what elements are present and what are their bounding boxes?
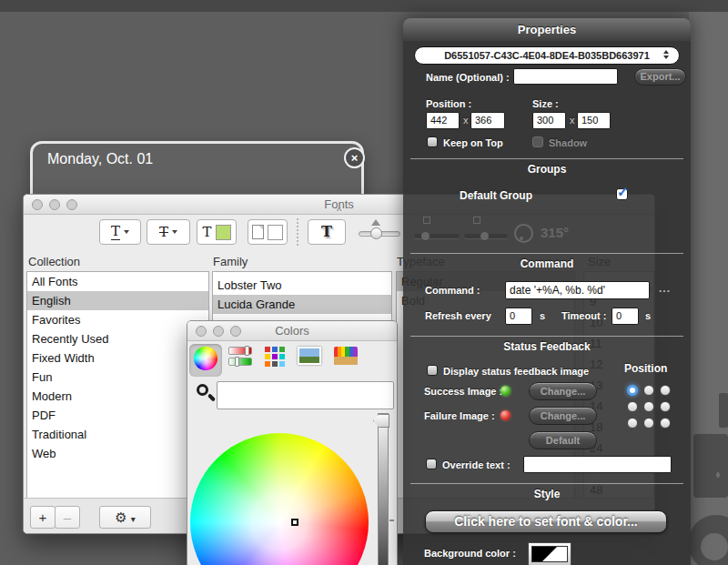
color-wheel-selector[interactable]	[291, 519, 298, 526]
collection-item[interactable]: English	[27, 291, 208, 310]
position-radio[interactable]	[627, 418, 638, 429]
name-label: Name (Optional) :	[426, 72, 510, 83]
slider-knob	[245, 346, 249, 356]
collection-item[interactable]: Favorites	[27, 310, 208, 329]
keep-on-top-checkbox[interactable]	[427, 136, 438, 147]
position-radio[interactable]	[643, 418, 654, 429]
failure-change-button[interactable]: Change...	[529, 407, 597, 425]
default-button[interactable]: Default	[529, 431, 597, 449]
search-icon	[197, 384, 208, 396]
text-color-button[interactable]: T	[197, 219, 237, 245]
geeklet-uuid-dropdown[interactable]: D6551057-C43C-4E04-8DE4-B035BD663971	[414, 46, 680, 65]
uuid-value: D6551057-C43C-4E04-8DE4-B035BD663971	[444, 50, 650, 61]
strikethrough-button[interactable]: T	[147, 219, 190, 245]
dial-indicator	[520, 237, 523, 240]
remove-collection-button[interactable]: –	[55, 506, 80, 529]
close-icon[interactable]: ×	[344, 147, 365, 168]
column-header-family[interactable]: Family	[213, 255, 248, 268]
color-sample-well[interactable]	[217, 381, 394, 409]
family-item[interactable]: Lucida Grande	[213, 295, 391, 314]
text-shadow-button[interactable]: T	[308, 219, 346, 245]
size-width-input[interactable]: 300	[532, 112, 566, 129]
color-wheel[interactable]	[190, 433, 369, 565]
close-button[interactable]	[32, 199, 43, 210]
default-group-label: Default Group	[460, 189, 532, 202]
crayon-box-icon	[334, 357, 358, 365]
collection-item[interactable]: Traditional	[27, 425, 208, 444]
position-radio[interactable]	[660, 385, 671, 396]
style-header: Style	[403, 488, 691, 500]
properties-panel: Properties D6551057-C43C-4E04-8DE4-B035B…	[403, 18, 691, 565]
dropdown-stepper-icon	[663, 50, 671, 59]
timeout-input[interactable]: 0	[612, 308, 639, 325]
image-palettes-tab-icon[interactable]	[298, 347, 321, 365]
collection-item[interactable]: Recently Used	[27, 329, 208, 348]
refresh-input[interactable]: 0	[505, 308, 532, 325]
command-header: Command	[403, 257, 691, 270]
add-collection-button[interactable]: +	[30, 506, 56, 529]
groups-header: Groups	[403, 163, 691, 176]
name-input[interactable]	[513, 68, 618, 85]
position-radio[interactable]	[643, 401, 654, 412]
close-button[interactable]	[196, 326, 207, 337]
collection-item[interactable]: All Fonts	[27, 272, 208, 291]
command-input[interactable]: date '+%A, %b. %d'	[505, 281, 650, 299]
position-grid-label: Position	[624, 362, 667, 375]
magnifier-loupe-button[interactable]	[196, 383, 217, 407]
slider-knob	[480, 232, 489, 240]
background-color-label: Background color :	[424, 548, 516, 559]
success-image-label: Success Image :	[424, 386, 502, 397]
collection-item[interactable]: Web	[27, 444, 208, 463]
toolbar-divider	[297, 218, 298, 246]
color-palettes-tab-icon[interactable]	[265, 347, 270, 352]
underline-button[interactable]: T	[99, 219, 141, 245]
position-y-input[interactable]: 366	[470, 112, 505, 129]
position-x-input[interactable]: 442	[426, 112, 460, 129]
position-radio[interactable]	[627, 401, 638, 412]
color-wheel-tab-icon[interactable]	[194, 347, 217, 370]
document-color-button[interactable]	[248, 219, 288, 245]
brightness-slider[interactable]	[378, 413, 389, 565]
separator	[410, 483, 683, 484]
position-radio[interactable]	[660, 418, 671, 429]
brightness-slider-handle[interactable]	[373, 414, 389, 428]
override-text-input[interactable]	[523, 456, 672, 473]
shadow-slider	[464, 234, 508, 238]
collection-item[interactable]: Fun	[27, 368, 208, 387]
minimize-button[interactable]	[213, 326, 224, 337]
size-height-input[interactable]: 150	[577, 112, 611, 129]
collection-item[interactable]: PDF	[27, 406, 208, 425]
shadow-checkbox	[532, 136, 543, 147]
color-sliders-tab-icon[interactable]	[228, 347, 254, 366]
colors-titlebar[interactable]: Colors	[187, 321, 397, 341]
size-label: Size :	[532, 98, 559, 109]
override-text-checkbox[interactable]	[426, 459, 437, 469]
zoom-button[interactable]	[230, 326, 241, 337]
background-color-well[interactable]	[528, 542, 571, 565]
window-controls	[32, 199, 77, 210]
geeklet-date-text: Monday, Oct. 01	[47, 151, 153, 167]
minimize-button[interactable]	[49, 199, 60, 210]
default-group-checkbox[interactable]: ✓	[616, 188, 628, 200]
more-button[interactable]: ...	[659, 282, 671, 295]
collection-item[interactable]: Modern	[27, 387, 208, 406]
green-slider-icon	[228, 358, 252, 366]
rotation-dial	[514, 224, 533, 243]
display-status-checkbox[interactable]	[427, 365, 438, 376]
slider-thumb[interactable]	[370, 227, 382, 239]
success-change-button[interactable]: Change...	[529, 382, 597, 400]
column-header-collection[interactable]: Collection	[28, 255, 80, 268]
export-button[interactable]: Export...	[634, 68, 686, 86]
position-radio[interactable]	[660, 401, 671, 412]
document-color-swatch	[268, 225, 283, 240]
set-font-color-button[interactable]: Click here to set font & color...	[425, 510, 667, 533]
crayons-tab-icon[interactable]	[334, 347, 358, 365]
position-radio[interactable]	[627, 385, 638, 396]
family-item[interactable]: Lobster Two	[213, 276, 391, 295]
properties-titlebar[interactable]: Properties	[403, 18, 691, 41]
collection-list: All FontsEnglishFavoritesRecently UsedFi…	[26, 271, 209, 499]
collection-item[interactable]: Fixed Width	[27, 348, 208, 368]
zoom-button[interactable]	[66, 199, 77, 210]
position-radio[interactable]	[643, 385, 654, 396]
action-gear-button[interactable]: ⚙ ▾	[99, 506, 151, 529]
